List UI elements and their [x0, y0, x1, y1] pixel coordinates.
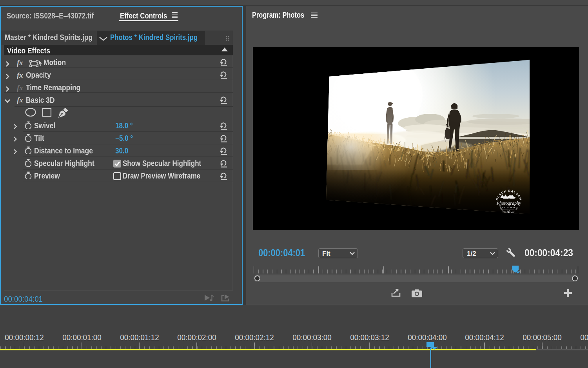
svg-text:ESTD 2014: ESTD 2014 — [502, 206, 516, 209]
svg-text:6: 6 — [508, 211, 510, 213]
svg-text:Photography: Photography — [496, 200, 521, 206]
